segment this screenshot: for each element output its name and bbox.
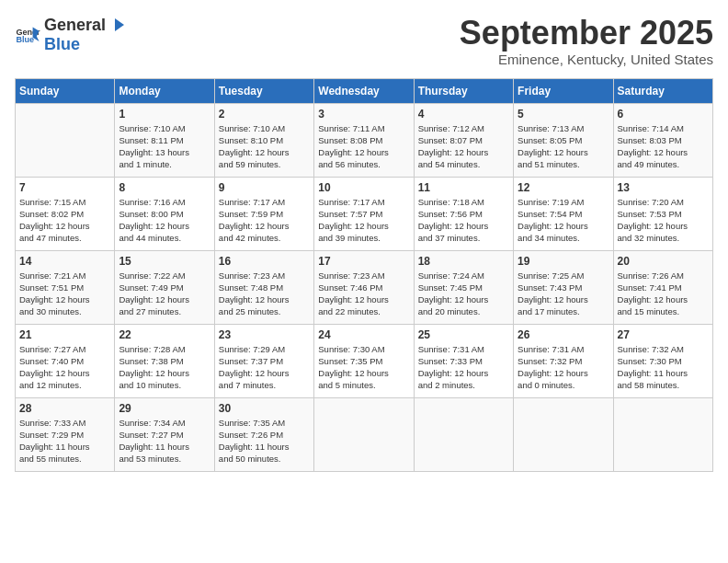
cell-content: Sunrise: 7:32 AM Sunset: 7:30 PM Dayligh… — [618, 343, 709, 392]
cell-content: Sunrise: 7:11 AM Sunset: 8:08 PM Dayligh… — [318, 122, 409, 171]
calendar-cell: 20Sunrise: 7:26 AM Sunset: 7:41 PM Dayli… — [613, 250, 712, 324]
cell-content: Sunrise: 7:28 AM Sunset: 7:38 PM Dayligh… — [119, 343, 210, 392]
month-title: September 2025 — [460, 15, 713, 52]
cell-content: Sunrise: 7:20 AM Sunset: 7:53 PM Dayligh… — [618, 196, 709, 245]
calendar-week-row: 14Sunrise: 7:21 AM Sunset: 7:51 PM Dayli… — [16, 250, 713, 324]
cell-content: Sunrise: 7:22 AM Sunset: 7:49 PM Dayligh… — [119, 270, 210, 318]
page-header: General Blue General Blue September 2025… — [15, 15, 713, 67]
day-number: 2 — [219, 108, 310, 121]
day-number: 25 — [418, 328, 509, 341]
cell-content: Sunrise: 7:27 AM Sunset: 7:40 PM Dayligh… — [19, 343, 110, 392]
day-number: 30 — [219, 402, 310, 415]
cell-content: Sunrise: 7:12 AM Sunset: 8:07 PM Dayligh… — [418, 122, 509, 171]
calendar-week-row: 1Sunrise: 7:10 AM Sunset: 8:11 PM Daylig… — [16, 103, 713, 177]
cell-content: Sunrise: 7:13 AM Sunset: 8:05 PM Dayligh… — [518, 122, 609, 171]
day-number: 17 — [318, 255, 409, 268]
calendar-cell: 26Sunrise: 7:31 AM Sunset: 7:32 PM Dayli… — [514, 324, 613, 397]
calendar-cell — [16, 103, 115, 177]
day-number: 29 — [119, 402, 210, 415]
calendar-table: SundayMondayTuesdayWednesdayThursdayFrid… — [15, 78, 713, 472]
location-title: Eminence, Kentucky, United States — [460, 52, 713, 67]
svg-text:Blue: Blue — [16, 35, 34, 44]
day-number: 8 — [119, 181, 210, 194]
weekday-header-cell: Sunday — [16, 78, 115, 103]
weekday-header-cell: Saturday — [613, 78, 712, 103]
title-block: September 2025 Eminence, Kentucky, Unite… — [460, 15, 713, 67]
day-number: 11 — [418, 181, 509, 194]
calendar-cell: 10Sunrise: 7:17 AM Sunset: 7:57 PM Dayli… — [314, 177, 414, 250]
calendar-cell: 25Sunrise: 7:31 AM Sunset: 7:33 PM Dayli… — [414, 324, 513, 397]
calendar-cell: 19Sunrise: 7:25 AM Sunset: 7:43 PM Dayli… — [514, 250, 613, 324]
day-number: 23 — [219, 328, 310, 341]
day-number: 19 — [518, 255, 609, 268]
day-number: 5 — [518, 108, 609, 121]
calendar-cell: 3Sunrise: 7:11 AM Sunset: 8:08 PM Daylig… — [314, 103, 414, 177]
weekday-header-cell: Monday — [115, 78, 214, 103]
cell-content: Sunrise: 7:19 AM Sunset: 7:54 PM Dayligh… — [518, 196, 609, 245]
svg-marker-2 — [115, 18, 124, 31]
day-number: 4 — [418, 108, 509, 121]
calendar-cell: 2Sunrise: 7:10 AM Sunset: 8:10 PM Daylig… — [214, 103, 313, 177]
calendar-cell: 23Sunrise: 7:29 AM Sunset: 7:37 PM Dayli… — [214, 324, 313, 397]
day-number: 14 — [19, 255, 110, 268]
day-number: 15 — [119, 255, 210, 268]
weekday-header-cell: Thursday — [414, 78, 513, 103]
cell-content: Sunrise: 7:15 AM Sunset: 8:02 PM Dayligh… — [19, 196, 110, 245]
day-number: 18 — [418, 255, 509, 268]
calendar-cell: 4Sunrise: 7:12 AM Sunset: 8:07 PM Daylig… — [414, 103, 513, 177]
day-number: 26 — [518, 328, 609, 341]
calendar-body: 1Sunrise: 7:10 AM Sunset: 8:11 PM Daylig… — [16, 103, 713, 471]
day-number: 6 — [618, 108, 709, 121]
calendar-week-row: 7Sunrise: 7:15 AM Sunset: 8:02 PM Daylig… — [16, 177, 713, 250]
calendar-cell: 7Sunrise: 7:15 AM Sunset: 8:02 PM Daylig… — [16, 177, 115, 250]
calendar-cell: 22Sunrise: 7:28 AM Sunset: 7:38 PM Dayli… — [115, 324, 214, 397]
calendar-cell — [414, 397, 513, 471]
logo-icon: General Blue — [15, 22, 40, 48]
calendar-cell: 24Sunrise: 7:30 AM Sunset: 7:35 PM Dayli… — [314, 324, 414, 397]
logo-blue-text: Blue — [44, 35, 80, 53]
logo: General Blue General Blue — [15, 15, 128, 54]
day-number: 13 — [618, 181, 709, 194]
calendar-cell: 17Sunrise: 7:23 AM Sunset: 7:46 PM Dayli… — [314, 250, 414, 324]
calendar-cell: 30Sunrise: 7:35 AM Sunset: 7:26 PM Dayli… — [214, 397, 313, 471]
cell-content: Sunrise: 7:14 AM Sunset: 8:03 PM Dayligh… — [618, 122, 709, 171]
day-number: 16 — [219, 255, 310, 268]
day-number: 24 — [318, 328, 409, 341]
weekday-header-cell: Wednesday — [314, 78, 414, 103]
logo-arrow-icon — [108, 15, 128, 35]
day-number: 9 — [219, 181, 310, 194]
calendar-cell: 27Sunrise: 7:32 AM Sunset: 7:30 PM Dayli… — [613, 324, 712, 397]
cell-content: Sunrise: 7:31 AM Sunset: 7:32 PM Dayligh… — [518, 343, 609, 392]
weekday-header-cell: Tuesday — [214, 78, 313, 103]
calendar-cell — [613, 397, 712, 471]
cell-content: Sunrise: 7:33 AM Sunset: 7:29 PM Dayligh… — [19, 417, 110, 465]
calendar-week-row: 21Sunrise: 7:27 AM Sunset: 7:40 PM Dayli… — [16, 324, 713, 397]
calendar-cell: 21Sunrise: 7:27 AM Sunset: 7:40 PM Dayli… — [16, 324, 115, 397]
calendar-cell: 14Sunrise: 7:21 AM Sunset: 7:51 PM Dayli… — [16, 250, 115, 324]
cell-content: Sunrise: 7:34 AM Sunset: 7:27 PM Dayligh… — [119, 417, 210, 465]
cell-content: Sunrise: 7:25 AM Sunset: 7:43 PM Dayligh… — [518, 270, 609, 318]
cell-content: Sunrise: 7:30 AM Sunset: 7:35 PM Dayligh… — [318, 343, 409, 392]
cell-content: Sunrise: 7:29 AM Sunset: 7:37 PM Dayligh… — [219, 343, 310, 392]
cell-content: Sunrise: 7:10 AM Sunset: 8:10 PM Dayligh… — [219, 122, 310, 171]
cell-content: Sunrise: 7:21 AM Sunset: 7:51 PM Dayligh… — [19, 270, 110, 318]
cell-content: Sunrise: 7:35 AM Sunset: 7:26 PM Dayligh… — [219, 417, 310, 465]
day-number: 3 — [318, 108, 409, 121]
day-number: 20 — [618, 255, 709, 268]
calendar-cell: 28Sunrise: 7:33 AM Sunset: 7:29 PM Dayli… — [16, 397, 115, 471]
day-number: 1 — [119, 108, 210, 121]
calendar-cell: 11Sunrise: 7:18 AM Sunset: 7:56 PM Dayli… — [414, 177, 513, 250]
calendar-cell: 5Sunrise: 7:13 AM Sunset: 8:05 PM Daylig… — [514, 103, 613, 177]
day-number: 27 — [618, 328, 709, 341]
cell-content: Sunrise: 7:18 AM Sunset: 7:56 PM Dayligh… — [418, 196, 509, 245]
day-number: 21 — [19, 328, 110, 341]
cell-content: Sunrise: 7:31 AM Sunset: 7:33 PM Dayligh… — [418, 343, 509, 392]
cell-content: Sunrise: 7:23 AM Sunset: 7:46 PM Dayligh… — [318, 270, 409, 318]
cell-content: Sunrise: 7:10 AM Sunset: 8:11 PM Dayligh… — [119, 122, 210, 171]
day-number: 10 — [318, 181, 409, 194]
cell-content: Sunrise: 7:17 AM Sunset: 7:59 PM Dayligh… — [219, 196, 310, 245]
calendar-cell: 9Sunrise: 7:17 AM Sunset: 7:59 PM Daylig… — [214, 177, 313, 250]
cell-content: Sunrise: 7:23 AM Sunset: 7:48 PM Dayligh… — [219, 270, 310, 318]
calendar-week-row: 28Sunrise: 7:33 AM Sunset: 7:29 PM Dayli… — [16, 397, 713, 471]
calendar-cell: 18Sunrise: 7:24 AM Sunset: 7:45 PM Dayli… — [414, 250, 513, 324]
